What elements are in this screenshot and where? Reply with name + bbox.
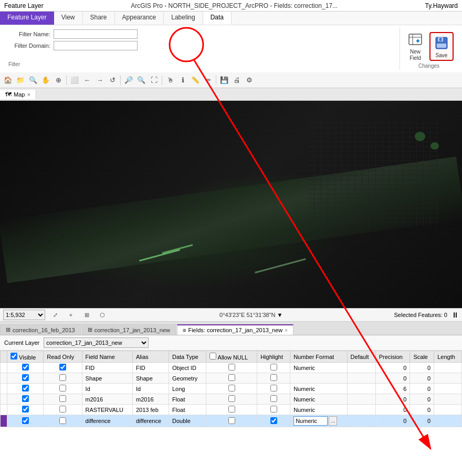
- zoom-nav-btn[interactable]: ⬡: [97, 309, 108, 321]
- ribbon-tab-data[interactable]: Data: [203, 12, 232, 25]
- zoom-grid-btn[interactable]: ⊞: [81, 309, 92, 321]
- visible-checkbox-5[interactable]: [22, 417, 29, 424]
- visible-cell[interactable]: [7, 415, 44, 427]
- map-tab-close[interactable]: ×: [27, 91, 30, 98]
- current-layer-select[interactable]: correction_17_jan_2013_new: [44, 337, 149, 348]
- toolbar-identify[interactable]: ℹ: [177, 75, 188, 86]
- readonly-cell[interactable]: [44, 405, 82, 415]
- allownull-cell[interactable]: [206, 373, 257, 384]
- map-tab[interactable]: 🗺 Map ×: [0, 90, 36, 99]
- fields-table-scroll[interactable]: Visible Read Only Field Name Alias Data …: [0, 351, 462, 476]
- toolbar-extent[interactable]: ⬜: [69, 75, 80, 86]
- panel-tab-jan2013[interactable]: ⊞ correction_17_jan_2013_new: [82, 324, 176, 335]
- toolbar-back[interactable]: ←: [81, 75, 93, 86]
- panel-tab-fields-close[interactable]: ×: [285, 327, 288, 333]
- toolbar-zoom-in[interactable]: 🔎: [123, 75, 134, 86]
- toolbar-measure[interactable]: 📏: [190, 75, 201, 86]
- visible-cell[interactable]: [7, 394, 44, 405]
- highlight-checkbox-0[interactable]: [270, 364, 277, 371]
- allownull-cell[interactable]: [206, 394, 257, 405]
- datatype-cell: Float: [169, 394, 206, 405]
- toolbar-open[interactable]: 📁: [15, 75, 26, 86]
- toolbar-print[interactable]: 🖨: [231, 75, 243, 86]
- visible-checkbox-4[interactable]: [22, 406, 29, 412]
- visible-all-checkbox[interactable]: [10, 353, 17, 359]
- coords-dropdown[interactable]: ▼: [277, 312, 283, 318]
- highlight-checkbox-4[interactable]: [270, 406, 277, 412]
- highlight-cell[interactable]: [257, 405, 290, 415]
- highlight-cell[interactable]: [257, 363, 290, 373]
- visible-cell[interactable]: [7, 363, 44, 373]
- highlight-checkbox-5[interactable]: [270, 417, 277, 424]
- visible-cell[interactable]: [7, 373, 44, 384]
- toolbar-refresh[interactable]: ↺: [107, 75, 118, 86]
- visible-cell[interactable]: [7, 384, 44, 394]
- allownull-checkbox-0[interactable]: [228, 364, 235, 371]
- zoom-extent-btn[interactable]: ⤢: [49, 309, 61, 321]
- ribbon-tab-feature-layer[interactable]: Feature Layer: [0, 12, 54, 25]
- map-area[interactable]: [0, 101, 462, 308]
- allownull-checkbox-1[interactable]: [228, 374, 235, 381]
- highlight-checkbox-2[interactable]: [270, 385, 277, 392]
- readonly-checkbox-1[interactable]: [59, 374, 66, 381]
- highlight-cell[interactable]: [257, 373, 290, 384]
- readonly-cell[interactable]: [44, 394, 82, 405]
- toolbar-select[interactable]: 🖱: [164, 75, 176, 86]
- toolbar-search[interactable]: 🔍: [27, 75, 39, 86]
- readonly-cell[interactable]: [44, 384, 82, 394]
- toolbar-edit[interactable]: ✏: [202, 75, 214, 86]
- filter-domain-input[interactable]: [54, 41, 138, 50]
- allownull-checkbox-3[interactable]: [228, 395, 235, 402]
- readonly-checkbox-2[interactable]: [59, 385, 66, 392]
- toolbar-settings[interactable]: ⚙: [244, 75, 255, 86]
- highlight-checkbox-1[interactable]: [270, 374, 277, 381]
- toolbar-home[interactable]: 🏠: [2, 75, 14, 86]
- readonly-cell[interactable]: [44, 415, 82, 427]
- allownull-all-checkbox[interactable]: [209, 353, 216, 359]
- readonly-cell[interactable]: [44, 363, 82, 373]
- toolbar-save-map[interactable]: 💾: [218, 75, 230, 86]
- toolbar-forward[interactable]: →: [94, 75, 106, 86]
- new-field-button[interactable]: NewField: [404, 29, 426, 63]
- col-visible-header[interactable]: Visible: [7, 351, 44, 363]
- save-button[interactable]: Save: [429, 32, 454, 61]
- allownull-checkbox-2[interactable]: [228, 385, 235, 392]
- toolbar-add[interactable]: ⊕: [52, 75, 64, 86]
- col-allownull-header[interactable]: Allow NULL: [206, 351, 257, 363]
- highlight-cell[interactable]: [257, 394, 290, 405]
- visible-checkbox-2[interactable]: [22, 385, 29, 392]
- highlight-cell[interactable]: [257, 384, 290, 394]
- allownull-checkbox-4[interactable]: [228, 406, 235, 412]
- readonly-checkbox-5[interactable]: [59, 417, 66, 424]
- readonly-checkbox-0[interactable]: [59, 364, 66, 371]
- ribbon-tab-view[interactable]: View: [54, 12, 83, 25]
- toolbar-pan[interactable]: ✋: [40, 75, 51, 86]
- toolbar-zoom-out[interactable]: 🔍: [135, 75, 147, 86]
- numformat-input[interactable]: [293, 416, 328, 426]
- numformat-browse-btn[interactable]: …: [329, 416, 337, 426]
- allownull-cell[interactable]: [206, 415, 257, 427]
- visible-checkbox-0[interactable]: [22, 364, 29, 371]
- visible-checkbox-1[interactable]: [22, 374, 29, 381]
- filter-name-input[interactable]: [54, 29, 138, 39]
- allownull-cell[interactable]: [206, 405, 257, 415]
- allownull-cell[interactable]: [206, 384, 257, 394]
- ribbon-tab-share[interactable]: Share: [83, 12, 115, 25]
- visible-checkbox-3[interactable]: [22, 395, 29, 402]
- visible-cell[interactable]: [7, 405, 44, 415]
- zoom-in-btn[interactable]: +: [65, 309, 77, 321]
- panel-tab-fields[interactable]: ≡ Fields: correction_17_jan_2013_new ×: [177, 324, 293, 335]
- scale-select[interactable]: 1:5,932: [3, 310, 45, 320]
- ribbon-tab-labeling[interactable]: Labeling: [164, 12, 203, 25]
- highlight-checkbox-3[interactable]: [270, 395, 277, 402]
- highlight-cell[interactable]: [257, 415, 290, 427]
- toolbar-fullscreen[interactable]: ⛶: [148, 75, 160, 86]
- readonly-cell[interactable]: [44, 373, 82, 384]
- readonly-checkbox-4[interactable]: [59, 406, 66, 412]
- row-indicator-cell: [1, 394, 7, 405]
- allownull-cell[interactable]: [206, 363, 257, 373]
- allownull-checkbox-5[interactable]: [228, 417, 235, 424]
- ribbon-tab-appearance[interactable]: Appearance: [115, 12, 164, 25]
- panel-tab-feb2013[interactable]: ⊞ correction_16_feb_2013: [0, 324, 81, 335]
- readonly-checkbox-3[interactable]: [59, 395, 66, 402]
